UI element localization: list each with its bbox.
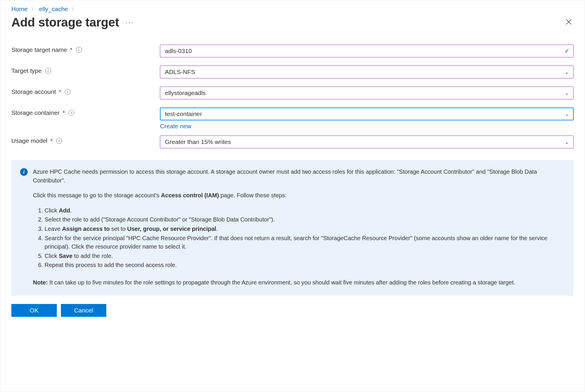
required-indicator: *: [50, 137, 53, 144]
target-type-select[interactable]: ADLS-NFS ⌄: [160, 66, 574, 78]
chevron-down-icon: ⌄: [565, 139, 569, 145]
notice-step-2: Select the role to add ("Storage Account…: [45, 215, 565, 224]
cancel-button[interactable]: Cancel: [61, 304, 106, 317]
chevron-right-icon: 〉: [31, 6, 36, 12]
create-new-container-link[interactable]: Create new: [160, 123, 191, 129]
ok-button[interactable]: OK: [11, 304, 57, 317]
close-button[interactable]: [564, 17, 574, 28]
required-indicator: *: [63, 109, 65, 116]
notice-step-5: Click Save to add the role.: [45, 252, 565, 261]
storage-target-name-input[interactable]: [160, 45, 574, 57]
notice-steps: Click Add. Select the role to add ("Stor…: [33, 206, 565, 270]
storage-target-name-label: Storage target name * i: [11, 45, 160, 53]
chevron-down-icon: ⌄: [565, 69, 569, 75]
page-title: Add storage target: [11, 15, 119, 29]
footer-actions: OK Cancel: [11, 304, 574, 317]
usage-model-label: Usage model * i: [11, 136, 160, 144]
close-icon: [565, 19, 572, 25]
info-icon[interactable]: i: [76, 47, 82, 53]
info-icon[interactable]: i: [45, 68, 51, 74]
target-type-label: Target type i: [11, 66, 160, 74]
info-icon[interactable]: i: [65, 89, 71, 95]
more-actions-button[interactable]: ···: [126, 18, 134, 27]
info-icon[interactable]: i: [68, 110, 74, 116]
required-indicator: *: [59, 88, 61, 95]
storage-container-select[interactable]: test-container ⌄: [160, 108, 574, 120]
checkmark-icon: ✓: [564, 47, 570, 55]
permissions-notice[interactable]: i Azure HPC Cache needs permission to ac…: [11, 160, 574, 296]
chevron-down-icon: ⌄: [565, 111, 569, 117]
target-type-value: ADLS-NFS: [165, 68, 195, 75]
storage-account-value: ellystorageadls: [165, 89, 206, 96]
usage-model-value: Greater than 15% writes: [165, 138, 231, 145]
breadcrumb-cache[interactable]: elly_cache: [39, 6, 68, 13]
info-icon[interactable]: i: [56, 138, 62, 144]
notice-intro-1: Azure HPC Cache needs permission to acce…: [33, 168, 565, 185]
add-storage-target-page: Home 〉 elly_cache 〉 Add storage target ·…: [0, 0, 585, 392]
storage-container-label: Storage container * i: [11, 108, 160, 116]
notice-step-6: Repeat this process to add the second ac…: [45, 261, 565, 270]
notice-body: Azure HPC Cache needs permission to acce…: [33, 168, 565, 287]
notice-note: Note: It can take up to five minutes for…: [33, 278, 565, 287]
notice-step-1: Click Add.: [45, 206, 565, 215]
breadcrumb-home[interactable]: Home: [11, 6, 28, 13]
chevron-right-icon: 〉: [71, 6, 76, 12]
storage-account-label: Storage account * i: [11, 87, 160, 95]
info-icon: i: [20, 168, 28, 176]
usage-model-select[interactable]: Greater than 15% writes ⌄: [160, 136, 574, 148]
chevron-down-icon: ⌄: [565, 90, 569, 96]
page-header: Add storage target ···: [11, 15, 574, 29]
breadcrumb: Home 〉 elly_cache 〉: [11, 6, 574, 13]
notice-intro-2: Click this message to go to the storage …: [33, 191, 565, 200]
storage-container-value: test-container: [165, 110, 202, 117]
notice-step-3: Leave Assign access to set to User, grou…: [45, 225, 565, 233]
storage-account-select[interactable]: ellystorageadls ⌄: [160, 87, 574, 99]
required-indicator: *: [70, 46, 72, 53]
notice-step-4: Search for the service principal "HPC Ca…: [45, 234, 565, 251]
